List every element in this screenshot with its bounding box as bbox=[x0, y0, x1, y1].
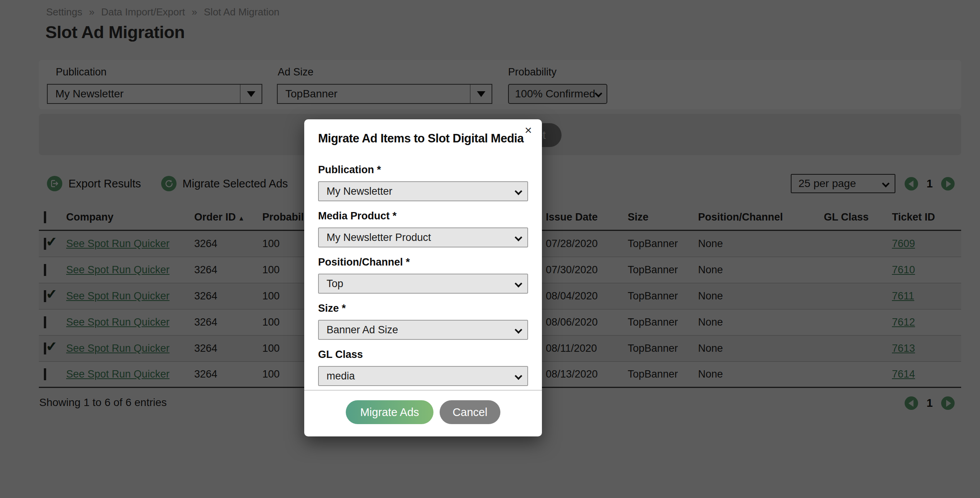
modal-field-size: Size * Banner Ad Size bbox=[318, 302, 528, 340]
position-channel-field-label: Position/Channel * bbox=[318, 256, 528, 268]
modal-field-position-channel: Position/Channel * Top bbox=[318, 256, 528, 294]
chevron-down-icon bbox=[515, 187, 522, 195]
chevron-down-icon bbox=[515, 234, 522, 241]
chevron-down-icon bbox=[515, 372, 522, 380]
media-product-field-label: Media Product * bbox=[318, 210, 528, 222]
modal-field-publication: Publication * My Newsletter bbox=[318, 164, 528, 201]
position-channel-field-value: Top bbox=[327, 278, 343, 290]
gl-class-field-label: GL Class bbox=[318, 349, 528, 361]
publication-field-label: Publication * bbox=[318, 164, 528, 176]
migrate-ads-button[interactable]: Migrate Ads bbox=[346, 400, 433, 424]
size-field-value: Banner Ad Size bbox=[327, 324, 398, 336]
publication-field-value: My Newsletter bbox=[327, 185, 392, 197]
media-product-field-select[interactable]: My Newsletter Product bbox=[318, 227, 528, 247]
position-channel-field-select[interactable]: Top bbox=[318, 274, 528, 294]
size-field-label: Size * bbox=[318, 302, 528, 314]
chevron-down-icon bbox=[515, 326, 522, 334]
modal-title: Migrate Ad Items to Slot Digital Media bbox=[318, 132, 523, 145]
publication-field-select[interactable]: My Newsletter bbox=[318, 181, 528, 201]
modal-field-gl-class: GL Class media bbox=[318, 349, 528, 386]
gl-class-field-select[interactable]: media bbox=[318, 366, 528, 386]
cancel-button[interactable]: Cancel bbox=[440, 400, 500, 424]
modal-footer-divider bbox=[304, 390, 542, 391]
chevron-down-icon bbox=[515, 280, 522, 287]
gl-class-field-value: media bbox=[327, 370, 355, 382]
modal-footer: Migrate Ads Cancel bbox=[304, 400, 542, 424]
media-product-field-value: My Newsletter Product bbox=[327, 232, 431, 244]
close-icon[interactable]: × bbox=[522, 122, 534, 139]
size-field-select[interactable]: Banner Ad Size bbox=[318, 320, 528, 340]
migrate-ads-modal: × Migrate Ad Items to Slot Digital Media… bbox=[304, 119, 542, 436]
modal-field-media-product: Media Product * My Newsletter Product bbox=[318, 210, 528, 247]
